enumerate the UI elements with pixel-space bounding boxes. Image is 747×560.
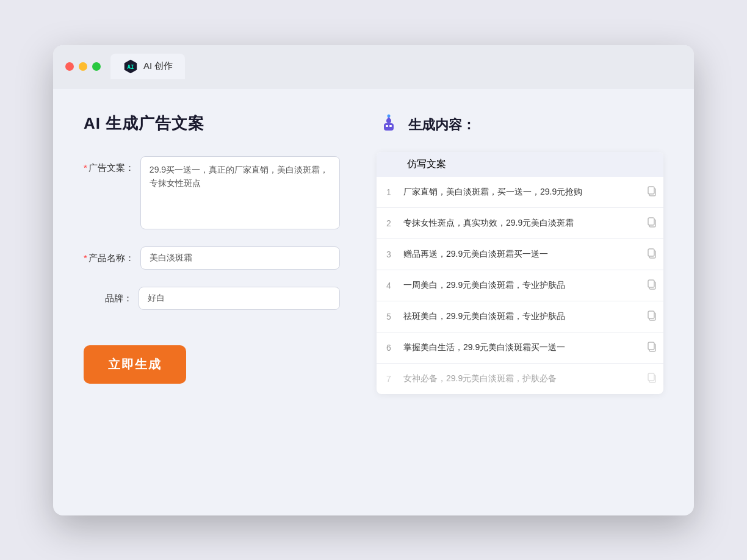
- row-text: 女神必备，29.9元美白淡斑霜，护肤必备: [403, 372, 638, 385]
- svg-rect-13: [648, 218, 654, 225]
- row-text: 厂家直销，美白淡斑霜，买一送一，29.9元抢购: [403, 185, 638, 198]
- brand-field-group: 品牌：: [84, 287, 340, 310]
- svg-rect-5: [389, 125, 392, 127]
- minimize-button[interactable]: [79, 62, 87, 71]
- right-panel: 生成内容： 仿写文案 1厂家直销，美白淡斑霜，买一送一，29.9元抢购 2专抹女…: [377, 113, 663, 491]
- copy-icon[interactable]: [646, 372, 657, 386]
- copy-icon[interactable]: [646, 185, 657, 199]
- content-area: AI 生成广告文案 *广告文案： 29.9买一送一，真正的厂家直销，美白淡斑霜，…: [53, 88, 694, 515]
- tab-ai-creation[interactable]: AI AI 创作: [110, 54, 185, 79]
- right-header: 生成内容：: [377, 113, 663, 137]
- required-star-2: *: [84, 253, 87, 263]
- results-container: 仿写文案 1厂家直销，美白淡斑霜，买一送一，29.9元抢购 2专抹女性斑点，真实…: [377, 152, 663, 394]
- adcopy-label: *广告文案：: [84, 156, 134, 174]
- results-title: 生成内容：: [408, 116, 475, 134]
- copy-icon[interactable]: [646, 217, 657, 230]
- page-title: AI 生成广告文案: [84, 113, 340, 134]
- adcopy-textarea[interactable]: 29.9买一送一，真正的厂家直销，美白淡斑霜，专抹女性斑点: [140, 156, 340, 229]
- svg-rect-3: [384, 123, 394, 131]
- title-bar: AI AI 创作: [53, 45, 694, 88]
- browser-window: AI AI 创作 AI 生成广告文案 *广告文案： 29.9买一送一，真正的厂家…: [53, 45, 694, 515]
- result-row: 4一周美白，29.9元美白淡斑霜，专业护肤品: [377, 270, 663, 301]
- result-row: 2专抹女性斑点，真实功效，29.9元美白淡斑霜: [377, 208, 663, 239]
- copy-icon[interactable]: [646, 248, 657, 261]
- svg-rect-23: [648, 373, 654, 381]
- row-number: 6: [383, 343, 395, 353]
- svg-point-9: [388, 114, 391, 117]
- brand-input[interactable]: [139, 287, 340, 310]
- svg-rect-11: [648, 187, 654, 194]
- close-button[interactable]: [65, 62, 74, 71]
- maximize-button[interactable]: [92, 62, 101, 71]
- ai-tab-icon: AI: [123, 59, 139, 74]
- result-row: 6掌握美白生活，29.9元美白淡斑霜买一送一: [377, 332, 663, 364]
- copy-icon[interactable]: [646, 279, 657, 292]
- svg-text:AI: AI: [127, 63, 134, 70]
- tab-label: AI 创作: [143, 60, 173, 72]
- row-text: 祛斑美白，29.9元美白淡斑霜，专业护肤品: [403, 310, 638, 323]
- row-number: 4: [383, 281, 395, 290]
- column-header-label: 仿写文案: [407, 159, 446, 169]
- row-text: 掌握美白生活，29.9元美白淡斑霜买一送一: [403, 341, 638, 354]
- required-star-1: *: [84, 162, 87, 173]
- copy-icon[interactable]: [646, 310, 657, 323]
- result-row: 5祛斑美白，29.9元美白淡斑霜，专业护肤品: [377, 301, 663, 332]
- result-row: 7女神必备，29.9元美白淡斑霜，护肤必备: [377, 364, 663, 394]
- row-number: 5: [383, 312, 395, 321]
- copy-icon[interactable]: [646, 341, 657, 354]
- row-text: 一周美白，29.9元美白淡斑霜，专业护肤品: [403, 279, 638, 292]
- row-text: 专抹女性斑点，真实功效，29.9元美白淡斑霜: [403, 217, 638, 229]
- svg-point-6: [388, 117, 390, 120]
- svg-rect-4: [386, 125, 388, 127]
- row-number: 2: [383, 218, 395, 228]
- generate-button[interactable]: 立即生成: [84, 345, 186, 384]
- svg-rect-19: [648, 311, 654, 318]
- left-panel: AI 生成广告文案 *广告文案： 29.9买一送一，真正的厂家直销，美白淡斑霜，…: [84, 113, 340, 491]
- adcopy-field-group: *广告文案： 29.9买一送一，真正的厂家直销，美白淡斑霜，专抹女性斑点: [84, 156, 340, 229]
- results-list: 1厂家直销，美白淡斑霜，买一送一，29.9元抢购 2专抹女性斑点，真实功效，29…: [377, 177, 663, 394]
- row-number: 3: [383, 249, 395, 259]
- result-row: 3赠品再送，29.9元美白淡斑霜买一送一: [377, 239, 663, 270]
- result-row: 1厂家直销，美白淡斑霜，买一送一，29.9元抢购: [377, 177, 663, 208]
- svg-rect-17: [648, 280, 654, 287]
- brand-label: 品牌：: [84, 287, 132, 304]
- row-text: 赠品再送，29.9元美白淡斑霜买一送一: [403, 248, 638, 260]
- results-table-header: 仿写文案: [377, 152, 663, 177]
- svg-rect-21: [648, 342, 654, 350]
- row-number: 7: [383, 374, 395, 384]
- robot-icon: [377, 113, 401, 137]
- product-name-label: *产品名称：: [84, 246, 134, 264]
- product-name-field-group: *产品名称：: [84, 246, 340, 270]
- product-name-input[interactable]: [140, 246, 340, 270]
- traffic-lights: [65, 62, 101, 71]
- row-number: 1: [383, 187, 395, 197]
- svg-rect-15: [648, 249, 654, 256]
